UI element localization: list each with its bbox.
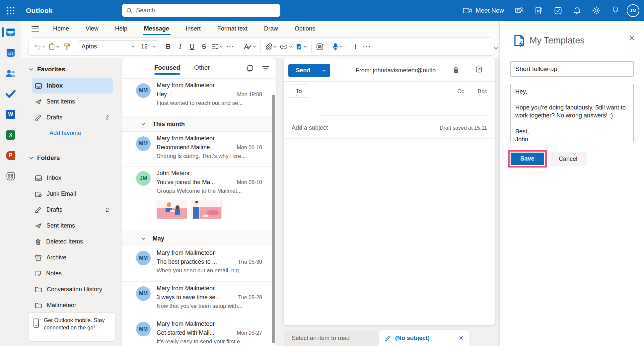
loop-components-icon[interactable] bbox=[314, 40, 325, 53]
ribbon: Home View Help Message Insert Format tex… bbox=[21, 21, 499, 58]
sidebar-item-drafts-favorite[interactable]: Drafts 2 bbox=[32, 110, 113, 125]
sidebar-item-junk-email[interactable]: Junk Email bbox=[32, 186, 113, 202]
group-header-may[interactable]: May bbox=[122, 231, 272, 246]
more-formatting-icon[interactable]: ··· bbox=[225, 40, 236, 53]
notifications-bell-icon[interactable] bbox=[568, 0, 587, 21]
mail-item[interactable]: MM Mary from Mailmeteor Hey ☄ Mon 19:08 … bbox=[122, 79, 272, 117]
high-importance-icon[interactable]: ! bbox=[350, 40, 361, 53]
todo-icon[interactable] bbox=[548, 0, 568, 21]
word-module-icon[interactable]: W bbox=[4, 108, 17, 121]
tab-home[interactable]: Home bbox=[52, 24, 70, 34]
underline-button[interactable]: U bbox=[186, 40, 198, 53]
dictate-microphone-button[interactable] bbox=[331, 40, 344, 53]
toolbar-overflow-icon[interactable]: ··· bbox=[361, 40, 373, 53]
attachment-thumbnail[interactable] bbox=[191, 200, 222, 219]
tab-focused[interactable]: Focused bbox=[154, 64, 180, 73]
attachment-thumbnail[interactable] bbox=[157, 200, 187, 219]
font-size-select[interactable]: 12 bbox=[138, 40, 159, 53]
discard-trash-icon[interactable] bbox=[453, 66, 460, 73]
mail-item[interactable]: MM Mary from Mailmeteor Get started with… bbox=[122, 317, 272, 346]
open-in-new-window-icon[interactable] bbox=[475, 66, 482, 73]
minimized-draft-tab[interactable]: (No subject) × bbox=[379, 330, 469, 346]
tab-message[interactable]: Message bbox=[143, 24, 170, 34]
calendar-module-icon[interactable] bbox=[4, 46, 17, 59]
tab-draw[interactable]: Draw bbox=[263, 24, 279, 34]
tab-other[interactable]: Other bbox=[194, 64, 210, 73]
draft-tab-label: (No subject) bbox=[395, 335, 455, 342]
sidebar-item-deleted-items[interactable]: Deleted Items bbox=[32, 234, 113, 249]
sidebar-item-conversation-history[interactable]: Conversation History bbox=[32, 282, 113, 297]
list-scrollbar[interactable] bbox=[272, 95, 275, 343]
font-family-select[interactable]: Aptos bbox=[78, 40, 138, 53]
search-input[interactable] bbox=[136, 7, 276, 14]
onenote-icon[interactable]: N bbox=[529, 0, 548, 21]
close-panel-icon[interactable]: × bbox=[629, 33, 635, 43]
people-module-icon[interactable] bbox=[4, 67, 17, 80]
ribbon-menu-icon[interactable] bbox=[31, 26, 39, 32]
undo-button[interactable] bbox=[33, 40, 47, 53]
italic-button[interactable]: I bbox=[174, 40, 186, 53]
strikethrough-button[interactable]: S bbox=[198, 40, 210, 53]
bcc-link[interactable]: Bcc bbox=[478, 88, 487, 95]
tab-format-text[interactable]: Format text bbox=[217, 24, 248, 34]
mail-item[interactable]: JM John Meteor You've joined the Ma... M… bbox=[122, 167, 272, 231]
todo-module-icon[interactable] bbox=[4, 87, 17, 101]
tab-help[interactable]: Help bbox=[114, 24, 128, 34]
select-all-icon[interactable] bbox=[246, 65, 253, 72]
group-header-this-month[interactable]: This month bbox=[122, 117, 272, 132]
sidebar-item-drafts[interactable]: Drafts 2 bbox=[32, 202, 113, 218]
collapse-ribbon-icon[interactable] bbox=[494, 47, 498, 50]
more-apps-icon[interactable] bbox=[4, 170, 17, 183]
save-button[interactable]: Save bbox=[510, 152, 545, 166]
line-spacing-button[interactable] bbox=[210, 40, 225, 53]
sidebar-item-notes[interactable]: Notes bbox=[32, 266, 113, 281]
template-name-input[interactable]: Short follow-up bbox=[510, 61, 634, 77]
sidebar-item-inbox[interactable]: Inbox bbox=[32, 170, 113, 186]
template-body-textarea[interactable]: Hey, Hope you’re doing fabulously. Still… bbox=[510, 84, 634, 142]
add-favorite-link[interactable]: Add favorite bbox=[49, 130, 81, 137]
styles-button[interactable] bbox=[242, 40, 258, 53]
meet-now-button[interactable]: Meet Now bbox=[458, 0, 509, 21]
sidebar-item-mailmeteor[interactable]: Mailmeteor bbox=[32, 298, 113, 313]
tab-view[interactable]: View bbox=[85, 24, 99, 34]
tips-lightbulb-icon[interactable] bbox=[606, 0, 625, 21]
sidebar-item-archive[interactable]: Archive bbox=[32, 250, 113, 265]
close-draft-tab-icon[interactable]: × bbox=[459, 334, 464, 342]
tab-insert[interactable]: Insert bbox=[185, 24, 201, 34]
cc-link[interactable]: Cc bbox=[457, 88, 464, 95]
filter-icon[interactable] bbox=[262, 66, 269, 71]
folders-section-header[interactable]: Folders bbox=[29, 154, 60, 162]
subject-input[interactable]: Add a subject bbox=[292, 124, 328, 131]
attach-file-button[interactable] bbox=[263, 40, 278, 53]
mail-item[interactable]: MM Mary from Mailmeteor The best practic… bbox=[122, 246, 272, 282]
sidebar-item-inbox-favorite[interactable]: Inbox bbox=[32, 78, 113, 94]
from-address[interactable]: From: johndavismeteor@outlo... bbox=[337, 67, 460, 74]
get-outlook-mobile-card[interactable]: Get Outlook mobile. Stay connected on th… bbox=[28, 312, 115, 342]
mail-module-icon[interactable] bbox=[4, 26, 17, 39]
recipient-field-underline[interactable] bbox=[320, 115, 489, 115]
cancel-button[interactable]: Cancel bbox=[549, 152, 587, 166]
to-button[interactable]: To bbox=[289, 85, 308, 98]
message-body-editor[interactable] bbox=[284, 139, 495, 324]
app-launcher-icon[interactable] bbox=[0, 0, 21, 21]
insert-link-button[interactable] bbox=[278, 40, 294, 53]
send-split-button[interactable]: Send bbox=[288, 64, 330, 77]
signature-button[interactable] bbox=[294, 40, 309, 53]
powerpoint-module-icon[interactable]: P bbox=[4, 149, 17, 162]
excel-module-icon[interactable]: X bbox=[4, 128, 17, 142]
mail-item[interactable]: MM Mary from Mailmeteor Recommend Mailme… bbox=[122, 132, 272, 167]
paste-button[interactable] bbox=[47, 40, 61, 53]
favorites-section-header[interactable]: Favorites bbox=[29, 66, 65, 73]
account-avatar[interactable]: JM bbox=[627, 4, 639, 17]
send-options-chevron-icon[interactable] bbox=[318, 64, 330, 77]
send-button[interactable]: Send bbox=[288, 64, 318, 77]
teams-icon[interactable] bbox=[509, 0, 529, 21]
sidebar-item-sent-items[interactable]: Sent Items bbox=[32, 218, 113, 234]
tab-options[interactable]: Options bbox=[294, 24, 316, 34]
sidebar-item-sent-favorite[interactable]: Sent Items bbox=[32, 94, 113, 109]
mail-item[interactable]: MM Mary from Mailmeteor 3 ways to save t… bbox=[122, 282, 272, 317]
bold-button[interactable]: B bbox=[162, 40, 174, 53]
format-painter-icon[interactable] bbox=[61, 40, 72, 53]
search-box[interactable] bbox=[122, 4, 280, 17]
settings-gear-icon[interactable] bbox=[587, 0, 606, 21]
